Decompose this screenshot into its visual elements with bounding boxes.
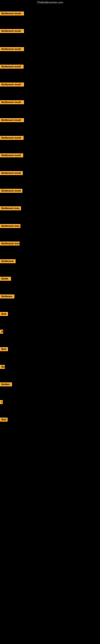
bottleneck-badge[interactable]: Bottleneck result (0, 189, 22, 193)
bottleneck-badge[interactable]: Bo (0, 365, 5, 369)
bottleneck-result-row: Bottle (0, 277, 11, 282)
bottleneck-result-row: Bottleneck result (0, 82, 24, 87)
bottleneck-badge[interactable]: Bottleneck resu (0, 206, 21, 210)
bottleneck-result-row: Bottleneck result (0, 118, 24, 123)
bottleneck-badge[interactable]: Bott (0, 312, 8, 316)
bottleneck-badge[interactable]: Bottleneck result (0, 47, 24, 51)
bottleneck-badge[interactable]: Bott (0, 418, 8, 422)
bottleneck-result-row: Bott (0, 347, 8, 352)
bottleneck-badge[interactable]: Bottlenec (0, 294, 14, 298)
bottleneck-result-row: Bott (0, 418, 8, 422)
bottleneck-badge[interactable]: Bott (0, 347, 8, 351)
bottleneck-badge[interactable]: | (0, 400, 3, 404)
bottleneck-result-row: Bottleneck result (0, 136, 24, 141)
bottleneck-badge[interactable]: Bottleneck result (0, 29, 24, 33)
bottleneck-badge[interactable]: Bottleneck result (0, 12, 24, 16)
bottleneck-result-row: | (0, 400, 3, 405)
bottleneck-badge[interactable]: Bottleneck result (0, 64, 24, 69)
bottleneck-badge[interactable]: Bottleneck (0, 259, 16, 263)
bottleneck-result-row: Bottleneck result (0, 29, 24, 34)
bottleneck-result-row: Bottleneck resu (0, 206, 21, 211)
bottleneck-badge[interactable]: Bottleneck result (0, 118, 24, 122)
bottleneck-badge[interactable]: Bottleneck result (0, 82, 24, 86)
bottleneck-result-row: Bottleneck result (0, 171, 23, 176)
bottleneck-result-row: Bottleneck (0, 259, 16, 264)
bottleneck-badge[interactable]: Bottle (0, 277, 11, 281)
bottleneck-result-row: Bottleneck result (0, 12, 24, 16)
bottleneck-badge[interactable]: Bottleneck result (0, 100, 24, 104)
bottleneck-result-row: Bott (0, 312, 8, 317)
bottleneck-badge[interactable]: Bottlen (0, 382, 12, 386)
bottleneck-result-row: Bottlenec (0, 294, 14, 299)
bottleneck-result-row: Bottleneck resu (0, 242, 20, 246)
bottleneck-result-row: Bottleneck result (0, 64, 24, 70)
bottleneck-badge[interactable]: Bottleneck result (0, 136, 24, 140)
bottleneck-result-row: B (0, 330, 3, 334)
bottleneck-badge[interactable]: B (0, 330, 3, 334)
site-title: TheBottlenecker.com (0, 0, 100, 5)
bottleneck-result-row: Bottleneck resu (0, 224, 20, 229)
bottleneck-result-row: Bo (0, 365, 5, 370)
bottleneck-badge[interactable]: Bottleneck result (0, 171, 23, 175)
bottleneck-result-row: Bottleneck result (0, 153, 23, 158)
bottleneck-result-row: Bottleneck result (0, 47, 24, 52)
bottleneck-badge[interactable]: Bottleneck resu (0, 224, 20, 228)
bottleneck-result-row: Bottleneck result (0, 100, 24, 105)
bottleneck-result-row: Bottlen (0, 382, 12, 387)
bottleneck-badge[interactable]: Bottleneck result (0, 153, 23, 158)
bottleneck-badge[interactable]: Bottleneck resu (0, 242, 20, 246)
bottleneck-result-row: Bottleneck result (0, 189, 22, 194)
